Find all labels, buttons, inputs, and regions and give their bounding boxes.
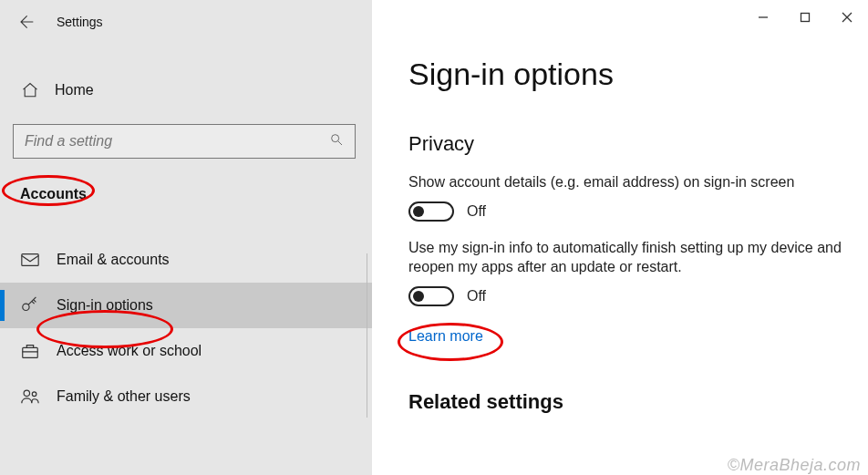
search-input[interactable] [25,133,329,150]
svg-rect-6 [801,14,810,22]
svg-rect-1 [22,254,38,266]
nav-item-family-users[interactable]: Family & other users [0,374,372,419]
svg-point-2 [23,304,29,310]
toggle-signin-info[interactable] [408,286,454,306]
key-icon [20,295,40,315]
related-settings-heading: Related settings [408,390,868,414]
svg-point-4 [24,390,29,396]
toggle-row-signin-info: Off [408,286,868,306]
nav-home-label: Home [55,82,94,98]
svg-point-0 [332,135,339,142]
privacy-heading: Privacy [408,132,868,156]
learn-more-link[interactable]: Learn more [408,328,483,345]
toggle-state-label: Off [467,288,486,305]
toggle-row-show-account-details: Off [408,201,868,222]
titlebar: Settings [0,0,372,44]
setting-signin-info-label: Use my sign-in info to automatically fin… [408,238,846,277]
nav-item-label: Family & other users [57,388,191,405]
close-button[interactable] [826,0,868,35]
briefcase-icon [20,341,40,361]
toggle-state-label: Off [467,203,486,220]
search-icon [329,132,344,150]
scrollbar-indicator [367,253,367,418]
setting-show-account-details-label: Show account details (e.g. email address… [408,172,846,192]
nav-item-access-work-school[interactable]: Access work or school [0,328,372,374]
search-box[interactable] [13,124,356,159]
mail-icon [20,250,40,270]
maximize-button[interactable] [784,0,826,35]
section-header-accounts: Accounts [0,166,372,212]
svg-rect-3 [23,347,38,357]
minimize-button[interactable] [742,0,784,35]
nav-item-email-accounts[interactable]: Email & accounts [0,237,372,283]
content-panel: Sign-in options Privacy Show account det… [372,0,868,475]
nav-item-label: Email & accounts [57,252,170,268]
svg-point-5 [32,392,36,397]
back-button[interactable] [16,13,35,31]
people-icon [20,387,40,407]
window-title: Settings [57,15,103,29]
nav-item-label: Sign-in options [57,297,153,314]
toggle-show-account-details[interactable] [408,201,454,222]
home-icon [20,80,40,100]
page-title: Sign-in options [408,57,868,92]
watermark: ©MeraBheja.com [728,456,861,475]
nav-home[interactable]: Home [0,69,372,111]
window-controls [742,0,868,35]
nav-item-label: Access work or school [57,343,202,359]
nav-list: Email & accounts Sign-in options Access … [0,237,372,419]
nav-item-signin-options[interactable]: Sign-in options [0,283,372,328]
sidebar: Settings Home Accounts Email & accounts … [0,0,372,475]
